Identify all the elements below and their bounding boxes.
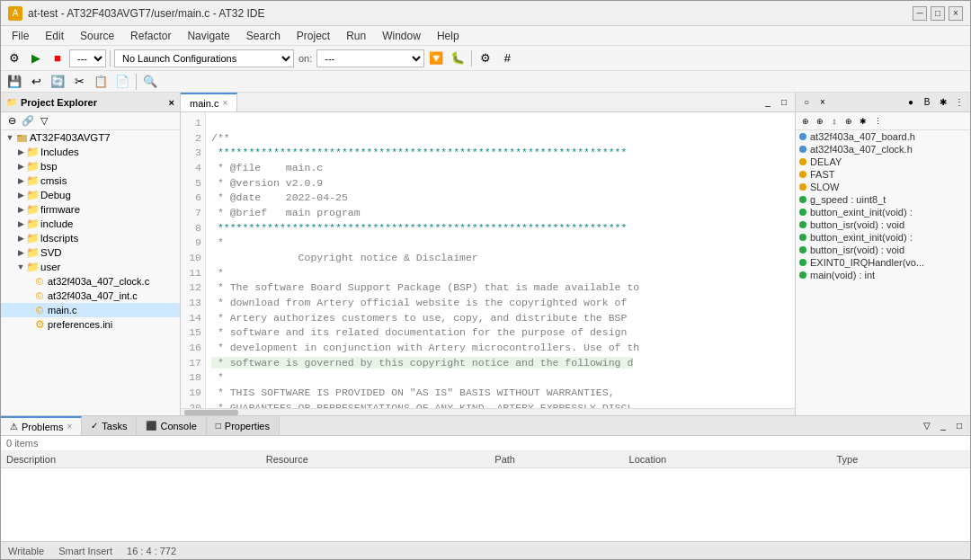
- sidebar-filter-button[interactable]: ▽: [37, 114, 51, 129]
- editor-min-button[interactable]: _: [761, 95, 775, 110]
- launch-config-select[interactable]: No Launch Configurations: [114, 49, 294, 67]
- tab-main-c-close[interactable]: ×: [222, 98, 227, 108]
- sidebar-item-cmsis[interactable]: ▶ 📁 cmsis: [1, 173, 180, 188]
- maximize-button[interactable]: □: [931, 6, 945, 21]
- minimize-button[interactable]: ─: [913, 6, 927, 21]
- sidebar-header: 📁 Project Explorer ×: [1, 93, 180, 112]
- sidebar-item-clock-c[interactable]: © at32f403a_407_clock.c: [1, 274, 180, 289]
- editor-scrollbar-horizontal[interactable]: [181, 408, 795, 415]
- toolbar-run-button[interactable]: ▶: [26, 49, 46, 68]
- outline-fwd-button[interactable]: B: [920, 95, 934, 110]
- outline-menu-button[interactable]: ⋮: [952, 95, 967, 110]
- outline-item-1[interactable]: at32f403a_407_clock.h: [796, 143, 970, 156]
- tab-problems-close[interactable]: ×: [67, 422, 72, 431]
- menu-item-navigate[interactable]: Navigate: [180, 28, 236, 44]
- toolbar2-btn3[interactable]: 🔄: [48, 72, 67, 92]
- toolbar2-btn4[interactable]: ✂: [69, 72, 89, 92]
- toolbar-hash-button[interactable]: #: [497, 49, 517, 68]
- outline-item-0[interactable]: at32f403a_407_board.h: [796, 130, 970, 143]
- debug-expand-arrow: ▶: [15, 191, 26, 200]
- outline-text-0: at32f403a_407_board.h: [810, 131, 915, 142]
- svd-expand-arrow: ▶: [15, 248, 26, 257]
- outline-item-8[interactable]: button_exint_init(void) :: [796, 231, 970, 244]
- menu-item-search[interactable]: Search: [239, 28, 288, 44]
- tree-root[interactable]: ▼ AT32F403AVGT7: [1, 130, 180, 145]
- bottom-filter-button[interactable]: ▽: [920, 419, 934, 433]
- sidebar-item-bsp[interactable]: ▶ 📁 bsp: [1, 159, 180, 173]
- window-title: at-test - AT32F403AVGT7/user/main.c - AT…: [28, 7, 264, 20]
- menu-item-project[interactable]: Project: [290, 28, 337, 44]
- menu-item-source[interactable]: Source: [73, 28, 121, 44]
- outline-item-7[interactable]: button_isr(void) : void: [796, 218, 970, 231]
- sidebar-close-button[interactable]: ×: [169, 97, 174, 108]
- sidebar-item-preferences-ini[interactable]: ⚙ preferences.ini: [1, 317, 180, 332]
- outline-item-6[interactable]: button_exint_init(void) :: [796, 206, 970, 218]
- menu-item-run[interactable]: Run: [339, 28, 373, 44]
- outline-text-5: g_speed : uint8_t: [810, 194, 886, 205]
- outline-toolbar-btn1[interactable]: ⊕: [799, 115, 812, 128]
- outline-item-4[interactable]: SLOW: [796, 181, 970, 193]
- toolbar2-btn5[interactable]: 📋: [91, 72, 111, 92]
- code-editor[interactable]: 12345 678910 1112131415 1617181920 21222…: [181, 112, 795, 408]
- outline-toolbar-btn2[interactable]: ⊕: [814, 115, 826, 128]
- sidebar-link-button[interactable]: 🔗: [21, 114, 35, 129]
- outline-text-7: button_isr(void) : void: [810, 219, 904, 230]
- outline-text-10: EXINT0_IRQHandler(vo...: [810, 257, 924, 268]
- menu-item-help[interactable]: Help: [430, 28, 467, 44]
- toolbar-stop-button[interactable]: ■: [48, 49, 67, 68]
- outline-item-2[interactable]: DELAY: [796, 156, 970, 168]
- bottom-max-button[interactable]: □: [952, 419, 967, 433]
- outline-toolbar-btn3[interactable]: ↕: [828, 115, 841, 128]
- outline-close-button[interactable]: ○: [799, 95, 814, 110]
- editor-max-button[interactable]: □: [777, 95, 791, 110]
- sidebar-item-firmware[interactable]: ▶ 📁 firmware: [1, 202, 180, 217]
- scrollbar-thumb[interactable]: [184, 410, 238, 415]
- menu-item-refactor[interactable]: Refactor: [123, 28, 178, 44]
- bottom-min-button[interactable]: _: [936, 419, 950, 433]
- sidebar-item-svd[interactable]: ▶ 📁 SVD: [1, 245, 180, 260]
- outline-item-3[interactable]: FAST: [796, 168, 970, 181]
- toolbar-settings-button[interactable]: ⚙: [4, 49, 24, 68]
- run-target-select[interactable]: ---: [316, 49, 424, 67]
- close-button[interactable]: ×: [949, 6, 963, 21]
- sidebar-item-user[interactable]: ▼ 📁 user: [1, 260, 180, 274]
- toolbar-run-config-button[interactable]: 🔽: [426, 49, 446, 68]
- tab-main-c[interactable]: main.c ×: [181, 93, 237, 111]
- toolbar2-btn6[interactable]: 📄: [112, 72, 132, 92]
- outline-back-button[interactable]: ●: [904, 95, 918, 110]
- tab-problems[interactable]: ⚠ Problems ×: [1, 416, 82, 435]
- toolbar-separator-1: [110, 50, 111, 67]
- toolbar2-search-button[interactable]: 🔍: [140, 72, 160, 92]
- outline-item-10[interactable]: EXINT0_IRQHandler(vo...: [796, 256, 970, 269]
- sidebar-item-debug[interactable]: ▶ 📁 Debug: [1, 188, 180, 202]
- outline-toolbar-btn6[interactable]: ⋮: [871, 115, 884, 128]
- menu-item-edit[interactable]: Edit: [38, 28, 71, 44]
- menu-item-file[interactable]: File: [4, 28, 36, 44]
- sidebar-item-main-c[interactable]: © main.c: [1, 303, 180, 317]
- tab-properties[interactable]: □ Properties: [207, 416, 280, 435]
- outline-item-11[interactable]: main(void) : int: [796, 269, 970, 281]
- outline-text-1: at32f403a_407_clock.h: [810, 144, 913, 155]
- tab-tasks[interactable]: ✓ Tasks: [82, 416, 137, 435]
- outline-item-9[interactable]: button_isr(void) : void: [796, 244, 970, 256]
- outline-pin-button[interactable]: ×: [815, 95, 830, 110]
- toolbar2-btn1[interactable]: 💾: [4, 72, 24, 92]
- outline-text-3: FAST: [810, 169, 835, 180]
- outline-dot-9: [799, 246, 806, 253]
- toolbar2-btn2[interactable]: ↩: [26, 72, 46, 92]
- outline-extra-button[interactable]: ✱: [936, 95, 950, 110]
- menu-item-window[interactable]: Window: [375, 28, 428, 44]
- sidebar-item-int-c[interactable]: © at32f403a_407_int.c: [1, 289, 180, 303]
- toolbar-debug-button[interactable]: 🐛: [448, 49, 468, 68]
- sidebar-collapse-button[interactable]: ⊖: [4, 114, 19, 129]
- sidebar-item-ldscripts[interactable]: ▶ 📁 ldscripts: [1, 231, 180, 245]
- outline-toolbar-btn5[interactable]: ✱: [857, 115, 869, 128]
- toolbar-mode-select[interactable]: ---: [69, 49, 106, 67]
- outline-item-5[interactable]: g_speed : uint8_t: [796, 193, 970, 206]
- tab-console[interactable]: ⬛ Console: [137, 416, 206, 435]
- outline-toolbar-btn4[interactable]: ⊕: [842, 115, 855, 128]
- toolbar-gear-button[interactable]: ⚙: [476, 49, 495, 68]
- code-content[interactable]: /** ************************************…: [206, 112, 645, 408]
- sidebar-item-include[interactable]: ▶ 📁 include: [1, 217, 180, 231]
- sidebar-item-includes[interactable]: ▶ 📁 Includes: [1, 145, 180, 159]
